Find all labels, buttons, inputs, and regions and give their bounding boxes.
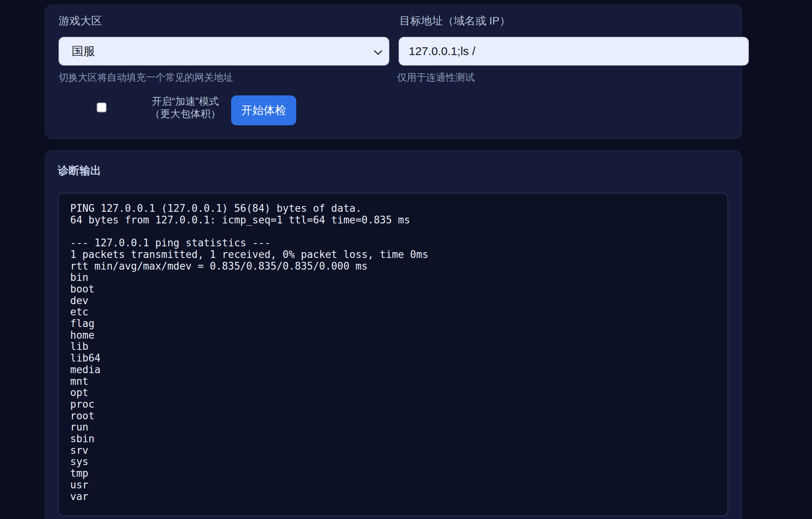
target-address-label: 目标地址（域名或 IP） bbox=[399, 14, 510, 28]
region-select[interactable]: 国服 bbox=[59, 37, 389, 66]
boost-mode-label-line2: （更大包体积） bbox=[148, 107, 223, 120]
chevron-down-icon bbox=[374, 45, 382, 58]
boost-mode-label-line1: 开启“加速”模式 bbox=[148, 95, 223, 107]
boost-mode-label: 开启“加速”模式 （更大包体积） bbox=[148, 95, 223, 120]
region-selected-value: 国服 bbox=[72, 43, 95, 59]
boost-mode-checkbox[interactable] bbox=[97, 102, 107, 112]
diagnostic-output-card: 诊断输出 PING 127.0.0.1 (127.0.0.1) 56(84) b… bbox=[45, 151, 742, 519]
target-hint: 仅用于连通性测试 bbox=[397, 71, 475, 83]
terminal-output-box: PING 127.0.0.1 (127.0.0.1) 56(84) bytes … bbox=[58, 193, 728, 516]
region-hint: 切换大区将自动填充一个常见的网关地址 bbox=[59, 71, 233, 83]
target-address-input[interactable] bbox=[399, 37, 749, 66]
region-label: 游戏大区 bbox=[59, 14, 102, 28]
diagnostic-form-card: 游戏大区 国服 切换大区将自动填充一个常见的网关地址 目标地址（域名或 IP） … bbox=[45, 5, 742, 139]
terminal-output-text: PING 127.0.0.1 (127.0.0.1) 56(84) bytes … bbox=[59, 194, 727, 512]
output-panel-title: 诊断输出 bbox=[58, 163, 101, 178]
start-checkup-button[interactable]: 开始体检 bbox=[231, 95, 296, 125]
